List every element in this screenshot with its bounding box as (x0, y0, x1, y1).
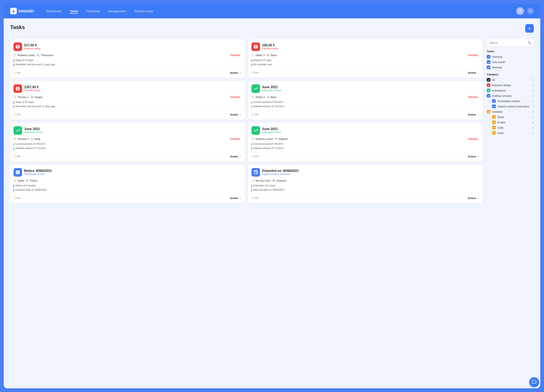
action-button[interactable]: Action → (468, 113, 479, 116)
checkbox (492, 121, 496, 124)
card-6: June 2021 Indexation of rent Roberto Lan… (248, 123, 483, 161)
category-filter-ending-contracts[interactable]: Ending contracts 2 (487, 94, 534, 98)
card-1: 517,50 € Payment delay Roberto Lane1 - E… (10, 39, 245, 78)
info-button[interactable]: ⓘ Info (251, 155, 259, 158)
filter-count: 0 (532, 121, 534, 124)
info-button[interactable]: ⓘ Info (13, 196, 21, 200)
action-button[interactable]: Action → (230, 197, 242, 200)
info-button[interactable]: ⓘ Info (13, 71, 21, 75)
info-button[interactable]: ⓘ Info (251, 196, 259, 200)
card-amount: 517,50 € (24, 43, 40, 47)
filter-count: 0 (532, 126, 534, 129)
category-filter-emails[interactable]: Emails 0 (487, 121, 534, 124)
main-content: Tasks + 517,50 € Payment delay Roberto L… (4, 18, 540, 209)
document-icon (13, 96, 16, 98)
task-filter-this-month[interactable]: This month (487, 60, 534, 64)
detail-bar (13, 143, 14, 146)
nav-management[interactable]: Management (108, 9, 126, 14)
task-filter-overdue[interactable]: Overdue (487, 55, 534, 59)
category-filter-tasks[interactable]: Tasks 0 (487, 115, 534, 119)
nav-tasks[interactable]: Tasks (70, 9, 78, 14)
card-icon (251, 168, 260, 177)
card-icon (251, 126, 260, 135)
overdue-badge: Overdue (229, 137, 242, 140)
chat-button[interactable] (529, 377, 539, 387)
document-icon (13, 137, 16, 140)
card-type: Indexation of rent (24, 131, 43, 134)
card-detail: Indexed amount of 713,50 € (13, 147, 242, 150)
info-button[interactable]: ⓘ Info (251, 113, 259, 116)
filter-count: 1 (532, 105, 534, 108)
card-footer: ⓘ Info Action → (251, 194, 480, 200)
detail-bar (13, 63, 14, 66)
action-button[interactable]: Action → (468, 155, 479, 158)
card-detail: Reminder sent by email 11 days ago (13, 105, 242, 108)
card-footer: ⓘ Info Action → (13, 194, 242, 200)
nav-dashboard[interactable]: Dashboard (46, 9, 61, 14)
nav-address-book[interactable]: Address book (134, 9, 153, 14)
category-filter-activities[interactable]: Activities 0 (487, 110, 534, 114)
card-3: 1207,50 € Payment delay Terresa 3 - G. H… (10, 81, 245, 120)
info-button[interactable]: ⓘ Info (251, 71, 259, 75)
action-button[interactable]: Action → (230, 113, 242, 116)
card-detail: Delay of 42 days (13, 59, 242, 62)
info-button[interactable]: ⓘ Info (13, 113, 21, 116)
card-footer: ⓘ Info Action → (251, 111, 480, 116)
category-section-title: Category (487, 73, 534, 76)
card-type: Payment delay (24, 89, 40, 92)
filter-label: Visits (497, 132, 504, 135)
card-header: June 2021 Indexation of rent (251, 84, 480, 93)
card-amount: 1207,50 € (24, 85, 40, 89)
overdue-badge: Overdue (229, 53, 242, 57)
card-detail: Delay of 11 days (251, 59, 480, 62)
checkbox (492, 104, 496, 108)
header-plus-button[interactable]: + (527, 8, 534, 14)
filter-label: Termination notices (497, 100, 520, 103)
filter-count: 0 (532, 132, 534, 134)
card-type: Indexation of rent (262, 131, 281, 134)
card-amount: Before 30/06/2021 (24, 169, 52, 173)
search-input[interactable] (489, 41, 526, 44)
task-filter-planned[interactable]: Planned (487, 66, 534, 69)
action-button[interactable]: Action → (230, 155, 242, 158)
category-filter-calls[interactable]: Calls 0 (487, 126, 534, 129)
category-filter-payment-delays[interactable]: Payment delays 3 (487, 83, 534, 87)
card-detail: Indexed amount of 713,50 € (251, 105, 480, 108)
filter-label: Activities (492, 110, 503, 113)
detail-bar (13, 59, 14, 62)
category-filter-all[interactable]: All 8 (487, 78, 534, 82)
filter-label: All (492, 78, 495, 81)
card-tenant: Terresa 3 - G. Hoppe Overdue (13, 95, 242, 99)
tasks-filter-section: Tasks Overdue This month Planned (487, 50, 534, 69)
avatar[interactable]: S (516, 7, 524, 15)
action-button[interactable]: Action → (230, 71, 242, 74)
detail-bar (251, 105, 252, 108)
card-type: Payment delay (24, 47, 40, 50)
logo-icon (10, 8, 17, 14)
card-header: Before 30/06/2021 Termination of rent (13, 168, 242, 177)
logo[interactable]: smovin (10, 8, 34, 14)
action-button[interactable]: Action → (468, 197, 479, 200)
checkbox (487, 66, 491, 69)
detail-bar (13, 189, 14, 192)
document-icon (251, 96, 254, 98)
category-filter-termination-notices[interactable]: Termination notices 1 (487, 99, 534, 103)
checkbox (487, 89, 491, 92)
nav-patrimony[interactable]: Patrimony (86, 9, 100, 14)
overdue-badge: Overdue (467, 137, 479, 140)
card-type: Implicit contract extension (262, 173, 299, 176)
card-5: June 2021 Indexation of rent Terresa 2 -… (10, 123, 245, 161)
info-button[interactable]: ⓘ Info (13, 155, 21, 158)
category-filter-visits[interactable]: Visits 0 (487, 131, 534, 135)
action-button[interactable]: Action → (468, 71, 479, 74)
category-filter-indexations[interactable]: Indexations 3 (487, 89, 534, 92)
checkbox (492, 131, 496, 135)
add-task-button[interactable]: + (525, 24, 534, 33)
category-filter-implicit-contract-extensions[interactable]: Implicit contract extensions 1 (487, 104, 534, 108)
card-detail: Contract ends on 30/06/2021 (13, 188, 242, 192)
filter-count: 1 (532, 100, 534, 103)
checkbox (487, 83, 491, 87)
category-filter-section: Category All 8 Payment delays 3 Indexati… (487, 73, 534, 135)
card-footer: ⓘ Info Action → (13, 69, 242, 75)
card-icon (13, 42, 22, 51)
